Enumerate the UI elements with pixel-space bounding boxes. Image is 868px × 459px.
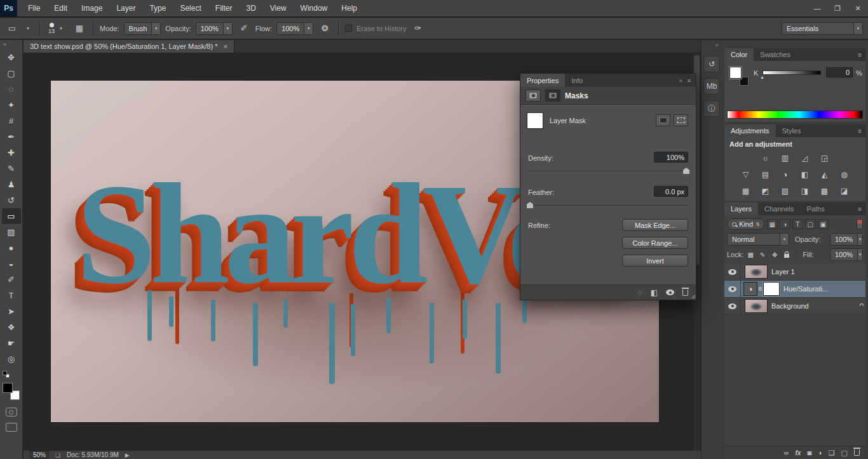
smart-object-filter-icon[interactable]: ▣: [818, 219, 829, 229]
menu-item-edit[interactable]: Edit: [47, 0, 74, 17]
pressure-size-icon[interactable]: ✑: [411, 22, 425, 35]
dodge-tool[interactable]: ◒: [2, 256, 21, 272]
visibility-cell[interactable]: [724, 263, 741, 280]
spot-healing-brush-tool[interactable]: ✚: [2, 145, 21, 161]
gradient-tool[interactable]: ▧: [2, 224, 21, 240]
channel-mixer-icon[interactable]: ◍: [838, 169, 851, 180]
blur-tool[interactable]: ●: [2, 240, 21, 256]
menu-item-select[interactable]: Select: [173, 0, 208, 17]
adjustment-layer-icon[interactable]: ◑: [743, 282, 757, 296]
enable-mask-icon[interactable]: [666, 289, 674, 295]
quick-mask-button[interactable]: [6, 408, 17, 416]
levels-icon[interactable]: ▥: [779, 152, 792, 163]
type-tool[interactable]: T: [2, 288, 21, 303]
brightness-contrast-icon[interactable]: ☼: [759, 152, 772, 163]
dropdown-arrow-icon[interactable]: ▾: [24, 18, 32, 39]
layer-thumbnail[interactable]: [745, 299, 768, 313]
move-tool[interactable]: ✥: [2, 50, 21, 65]
new-group-icon[interactable]: ❏: [829, 449, 835, 457]
minimize-icon[interactable]: —: [807, 0, 827, 17]
feather-slider[interactable]: [528, 205, 688, 206]
info-panel-icon[interactable]: ⓘ: [703, 100, 720, 117]
opacity-dropdown[interactable]: 100% ▾: [196, 22, 233, 35]
k-slider-handle-icon[interactable]: ▲: [760, 75, 764, 79]
menu-item-window[interactable]: Window: [294, 0, 335, 17]
brush-panel-toggle-icon[interactable]: ▦: [72, 22, 86, 35]
layer-mask-thumbnail[interactable]: [763, 282, 780, 296]
link-layers-icon[interactable]: ∞: [784, 449, 789, 456]
k-channel-value-field[interactable]: 0: [826, 67, 853, 77]
tab-paths[interactable]: Paths: [801, 203, 831, 215]
tab-close-icon[interactable]: ×: [223, 43, 227, 50]
layer-thumbnail[interactable]: [745, 265, 768, 279]
foreground-color-swatch[interactable]: [729, 67, 742, 79]
menu-item-3d[interactable]: 3D: [239, 0, 262, 17]
mask-edge-button[interactable]: Mask Edge...: [622, 219, 688, 231]
selective-color-icon[interactable]: ◪: [838, 185, 851, 196]
visibility-cell[interactable]: [724, 298, 741, 314]
pressure-opacity-icon[interactable]: ✐: [237, 22, 251, 35]
mini-bridge-panel-icon[interactable]: Mb: [703, 78, 720, 95]
tab-swatches[interactable]: Swatches: [754, 48, 797, 61]
menu-item-view[interactable]: View: [263, 0, 294, 17]
color-balance-icon[interactable]: ◑: [779, 169, 792, 180]
pixel-filter-icon[interactable]: ▦: [767, 219, 778, 229]
panel-menu-icon[interactable]: ≡: [854, 124, 865, 137]
apply-mask-icon[interactable]: ◧: [651, 288, 658, 297]
fill-dropdown[interactable]: 100% ▾: [830, 248, 863, 261]
black-white-icon[interactable]: ◧: [799, 169, 811, 180]
select-pixel-mask-button[interactable]: [656, 114, 670, 126]
color-spectrum-ramp[interactable]: [727, 110, 863, 119]
menu-item-filter[interactable]: Filter: [208, 0, 240, 17]
layer-filter-toggle[interactable]: [857, 219, 863, 229]
workspace-dropdown[interactable]: Essentials ▾: [782, 22, 863, 35]
tab-adjustments[interactable]: Adjustments: [724, 124, 776, 137]
gradient-map-icon[interactable]: ▩: [818, 185, 831, 196]
hue-saturation-icon[interactable]: ▤: [759, 169, 772, 180]
expand-panels-icon[interactable]: «: [712, 40, 722, 50]
layer-row-hue-saturation[interactable]: ◑ 8 Hue/Saturati...: [724, 281, 865, 298]
brush-preset-picker[interactable]: 13 ▾: [46, 22, 68, 35]
panel-menu-icon[interactable]: ≡: [854, 203, 865, 215]
pixel-mask-button[interactable]: [526, 90, 541, 102]
new-layer-icon[interactable]: ▢: [841, 449, 848, 457]
tab-styles[interactable]: Styles: [776, 124, 808, 137]
toolbar-collapse-icon[interactable]: »: [0, 40, 9, 50]
vibrance-icon[interactable]: ▽: [740, 169, 752, 180]
foreground-color-swatch[interactable]: [3, 383, 13, 393]
invert-button[interactable]: Invert: [622, 255, 688, 267]
add-layer-mask-icon[interactable]: ◙: [807, 449, 811, 456]
color-range-button[interactable]: Color Range...: [622, 237, 688, 249]
density-slider[interactable]: [528, 171, 688, 172]
eyedropper-tool[interactable]: ✒: [2, 129, 21, 145]
layer-mask-thumbnail[interactable]: [527, 112, 543, 129]
add-vector-mask-button[interactable]: [674, 114, 688, 126]
menu-item-type[interactable]: Type: [142, 0, 173, 17]
lock-pixels-icon[interactable]: ✎: [757, 249, 768, 260]
status-expand-icon[interactable]: ▶: [125, 452, 130, 458]
quick-selection-tool[interactable]: ✦: [2, 97, 21, 113]
density-slider-handle[interactable]: [683, 168, 689, 174]
new-adjustment-layer-icon[interactable]: ◑: [818, 449, 822, 456]
layer-opacity-dropdown[interactable]: 100% ▾: [830, 233, 863, 246]
visibility-cell[interactable]: [724, 281, 741, 297]
flow-dropdown[interactable]: 100% ▾: [276, 22, 313, 35]
history-panel-icon[interactable]: ↺: [703, 56, 720, 72]
load-selection-icon[interactable]: ◌: [638, 288, 642, 297]
pen-tool[interactable]: ✐: [2, 272, 21, 288]
zoom-level-field[interactable]: 50%: [30, 451, 49, 459]
blend-mode-dropdown[interactable]: Normal ▾: [727, 233, 789, 246]
close-icon[interactable]: ✕: [848, 0, 868, 17]
threshold-icon[interactable]: ◨: [799, 185, 811, 196]
mode-dropdown[interactable]: Brush ▾: [124, 22, 161, 35]
delete-layer-icon[interactable]: [854, 449, 860, 456]
menu-item-help[interactable]: Help: [334, 0, 364, 17]
erase-to-history-checkbox[interactable]: [345, 25, 352, 32]
lock-transparency-icon[interactable]: ▩: [745, 249, 756, 260]
invert-icon[interactable]: ◩: [759, 185, 772, 196]
density-value-field[interactable]: 100%: [654, 152, 688, 163]
adjustment-filter-icon[interactable]: ◑: [780, 219, 790, 229]
lock-position-icon[interactable]: ✥: [770, 249, 780, 260]
shape-filter-icon[interactable]: ▢: [805, 219, 816, 229]
feather-value-field[interactable]: 0.0 px: [654, 186, 688, 197]
